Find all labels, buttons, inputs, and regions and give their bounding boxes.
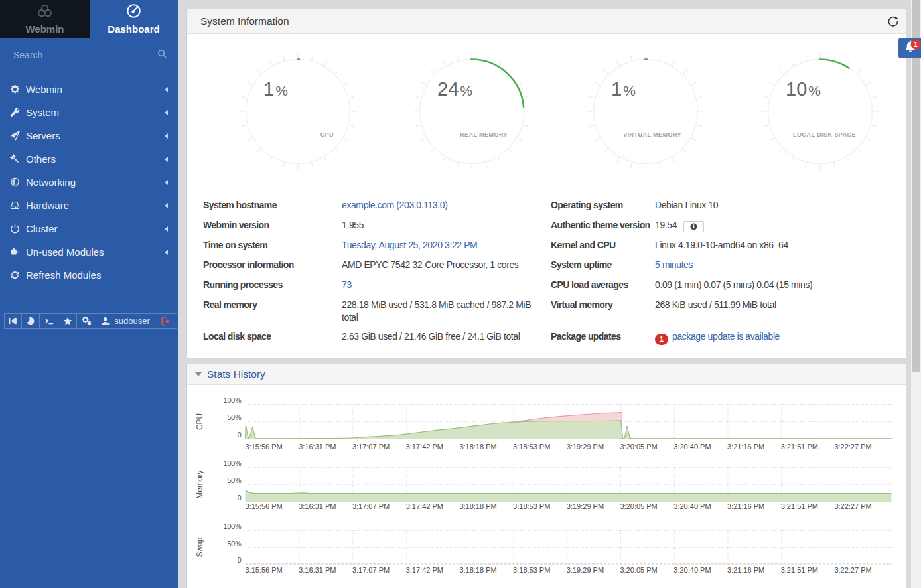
svg-text:3:17:07 PM: 3:17:07 PM <box>352 502 390 510</box>
svg-text:3:21:51 PM: 3:21:51 PM <box>781 502 818 510</box>
svg-text:3:18:18 PM: 3:18:18 PM <box>459 502 496 510</box>
svg-text:50%: 50% <box>227 477 241 484</box>
svg-text:100%: 100% <box>224 396 242 404</box>
svg-text:3:20:40 PM: 3:20:40 PM <box>673 443 711 451</box>
svg-text:3:21:16 PM: 3:21:16 PM <box>727 566 764 574</box>
svg-text:3:20:40 PM: 3:20:40 PM <box>673 566 711 574</box>
svg-text:3:20:05 PM: 3:20:05 PM <box>620 502 658 510</box>
svg-text:0: 0 <box>238 431 242 439</box>
svg-text:3:22:27 PM: 3:22:27 PM <box>834 443 871 451</box>
svg-text:3:17:42 PM: 3:17:42 PM <box>406 502 443 510</box>
svg-text:3:19:29 PM: 3:19:29 PM <box>567 443 604 451</box>
svg-text:3:15:56 PM: 3:15:56 PM <box>246 502 283 510</box>
svg-text:3:18:53 PM: 3:18:53 PM <box>513 443 550 451</box>
svg-text:3:20:05 PM: 3:20:05 PM <box>620 443 658 451</box>
svg-text:50%: 50% <box>227 413 241 421</box>
svg-text:3:21:51 PM: 3:21:51 PM <box>781 566 818 574</box>
svg-text:100%: 100% <box>224 522 242 530</box>
svg-text:3:22:27 PM: 3:22:27 PM <box>834 502 871 510</box>
svg-text:3:19:29 PM: 3:19:29 PM <box>567 566 604 574</box>
svg-text:3:15:56 PM: 3:15:56 PM <box>246 566 283 574</box>
svg-text:3:18:18 PM: 3:18:18 PM <box>459 566 496 574</box>
svg-text:0: 0 <box>238 494 242 502</box>
svg-text:3:16:31 PM: 3:16:31 PM <box>299 502 336 510</box>
svg-text:3:20:05 PM: 3:20:05 PM <box>620 566 658 574</box>
svg-text:VIRTUAL MEMORY: VIRTUAL MEMORY <box>623 131 681 138</box>
svg-text:3:15:56 PM: 3:15:56 PM <box>246 443 283 451</box>
svg-text:3:19:29 PM: 3:19:29 PM <box>567 502 604 510</box>
svg-text:3:18:53 PM: 3:18:53 PM <box>513 566 550 574</box>
svg-text:100%: 100% <box>224 459 242 467</box>
svg-text:3:21:51 PM: 3:21:51 PM <box>781 443 818 451</box>
svg-text:50%: 50% <box>227 540 241 548</box>
svg-text:REAL MEMORY: REAL MEMORY <box>460 131 508 138</box>
svg-text:3:17:07 PM: 3:17:07 PM <box>352 443 390 451</box>
svg-text:CPU: CPU <box>195 413 204 430</box>
svg-text:3:16:31 PM: 3:16:31 PM <box>299 443 336 451</box>
svg-text:3:17:07 PM: 3:17:07 PM <box>352 566 390 574</box>
svg-text:3:17:42 PM: 3:17:42 PM <box>406 566 443 574</box>
svg-text:3:21:16 PM: 3:21:16 PM <box>727 502 764 510</box>
svg-text:LOCAL DISK SPACE: LOCAL DISK SPACE <box>793 131 856 138</box>
svg-text:0: 0 <box>238 556 242 564</box>
svg-text:3:18:18 PM: 3:18:18 PM <box>459 443 496 451</box>
svg-text:3:18:53 PM: 3:18:53 PM <box>513 502 550 510</box>
svg-text:3:20:40 PM: 3:20:40 PM <box>673 502 711 510</box>
svg-text:Memory: Memory <box>195 470 204 498</box>
svg-text:Swap: Swap <box>195 537 204 557</box>
svg-text:3:22:27 PM: 3:22:27 PM <box>834 566 871 574</box>
svg-text:CPU: CPU <box>320 131 334 138</box>
svg-text:1: 1 <box>914 41 918 48</box>
svg-text:3:16:31 PM: 3:16:31 PM <box>299 566 336 574</box>
svg-text:3:17:42 PM: 3:17:42 PM <box>406 443 443 451</box>
svg-text:3:21:16 PM: 3:21:16 PM <box>727 443 764 451</box>
